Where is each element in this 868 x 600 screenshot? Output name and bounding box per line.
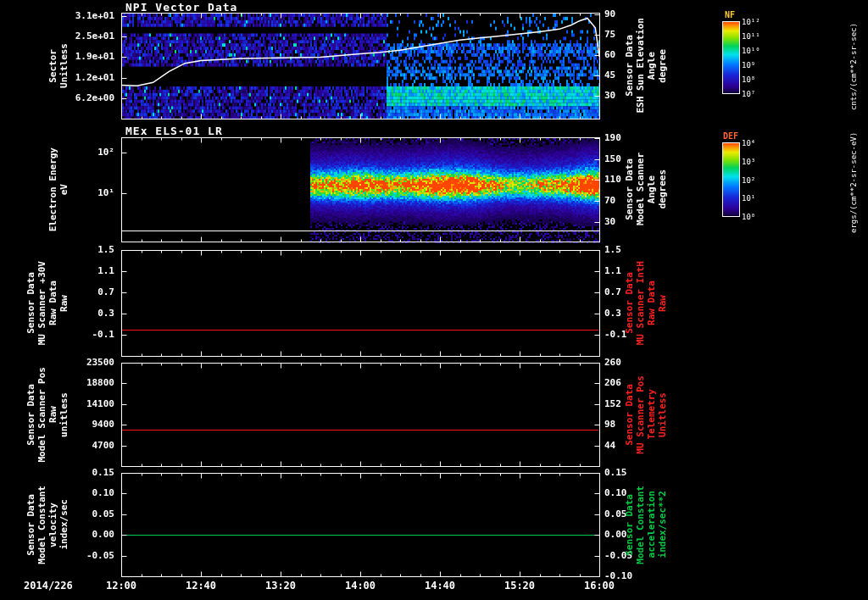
panel5-left-axis-label: Sensor DataModel Constantvelocityindex/s… <box>8 473 70 576</box>
axis-label-line: Sensor Data <box>624 35 635 97</box>
panel4-right-tick-label: 98 <box>604 419 615 430</box>
axis-label-line: Angle <box>646 52 657 80</box>
panel2-right-tick-label: 110 <box>604 174 621 185</box>
colorbar1-name: NF <box>725 10 735 19</box>
colorbar1-tick-label: 10⁸ <box>742 75 755 84</box>
panel2-right-tick-label: 190 <box>604 132 621 143</box>
panel4-right-tick-label: 260 <box>604 357 621 368</box>
x-axis-tick-label: 12:00 <box>103 580 140 592</box>
axis-label-line: unitless <box>58 392 70 437</box>
colorbar2-tick-label: 10⁰ <box>742 213 755 221</box>
axis-label-line: ESH Sun Elevation <box>635 18 646 114</box>
x-axis-tick-label: 15:20 <box>501 580 538 592</box>
panel1-right-tick-label: 30 <box>604 90 615 101</box>
plots-canvas <box>0 0 868 600</box>
panel1-right-tick-label: 60 <box>604 49 615 60</box>
axis-label-line: Raw <box>47 406 58 423</box>
panel3-right-axis-label: Sensor DataMU Scanner IntHRaw DataRaw <box>624 250 685 356</box>
panel3-right-tick-label: 1.5 <box>604 244 621 255</box>
colorbar2-name: DEF <box>723 131 738 141</box>
panel4-right-tick-label: 206 <box>604 377 621 388</box>
panel2-right-tick-label: 150 <box>604 153 621 164</box>
axis-label-line: Sensor Data <box>624 494 635 556</box>
axis-label-line: degree <box>657 49 668 83</box>
axis-label-line: Unitless <box>58 43 70 88</box>
axis-label-line: Unitless <box>657 392 668 437</box>
colorbar2-tick-label: 10¹ <box>742 194 755 203</box>
panel1-right-tick-label: 75 <box>604 29 615 40</box>
colorbar1-tick-label: 10⁷ <box>742 90 755 98</box>
panel2-right-tick-label: 30 <box>604 216 615 227</box>
axis-label-line: acceleration <box>646 491 657 558</box>
colorbar1-tick-label: 10¹² <box>742 18 760 26</box>
axis-label-line: Sector <box>47 49 58 83</box>
panel2-left-axis-label: Electron EnergyeV <box>8 137 70 242</box>
x-axis-tick-label: 16:00 <box>581 580 618 592</box>
axis-label-line: Sensor Data <box>25 272 36 334</box>
panel5-right-axis-label: Sensor DataModel Constantaccelerationind… <box>624 473 685 576</box>
axis-label-line: Model Scanner Pos <box>36 367 47 463</box>
panel3-right-tick-label: 0.7 <box>604 286 621 297</box>
axis-label-line: MU Scanner IntH <box>635 261 646 345</box>
axis-label-line: MU Scanner +30V <box>36 261 47 345</box>
axis-label-line: Sensor Data <box>624 272 635 334</box>
colorbar1-tick-label: 10¹⁰ <box>742 47 760 55</box>
panel3-right-tick-label: 1.1 <box>604 265 621 276</box>
axis-label-line: MU Scanner Pos <box>635 375 646 454</box>
axis-label-line: Sensor Data <box>624 384 635 446</box>
colorbar1-tick-label: 10¹¹ <box>742 32 760 41</box>
multi-panel-time-series-plot: NPI Vector Data MEx ELS-01 LR NF DEF cnt… <box>0 0 868 600</box>
colorbar1-tick-label: 10⁹ <box>742 61 755 69</box>
panel1-right-tick-label: 45 <box>604 69 615 81</box>
axis-label-line: Raw Data <box>47 281 58 325</box>
panel2-right-tick-label: 70 <box>604 195 615 206</box>
axis-label-line: Model Constant <box>635 486 646 564</box>
axis-label-line: Telemetry <box>646 389 657 440</box>
axis-label-line: Sensor Data <box>25 384 36 446</box>
axis-label-line: Electron Energy <box>47 147 58 231</box>
panel1-title: NPI Vector Data <box>125 1 237 14</box>
axis-label-line: Model Scanner <box>635 153 646 225</box>
colorbar2-tick-label: 10³ <box>742 158 755 166</box>
panel2-title: MEx ELS-01 LR <box>125 125 223 137</box>
x-axis-tick-label: 14:00 <box>342 580 379 592</box>
x-axis-tick-label: 12:40 <box>182 580 220 592</box>
x-axis-tick-label: 14:40 <box>421 580 459 592</box>
axis-label-line: eV <box>58 184 70 195</box>
panel1-right-tick-label: 90 <box>604 8 615 19</box>
axis-label-line: index/sec <box>58 499 70 550</box>
colorbar2-tick-label: 10⁴ <box>742 139 755 147</box>
axis-label-line: Raw <box>657 295 668 312</box>
x-axis-tick-label: 13:20 <box>262 580 299 592</box>
axis-label-line: velocity <box>47 503 58 547</box>
panel1-left-axis-label: SectorUnitless <box>8 13 70 119</box>
axis-label-line: Angle <box>646 175 657 203</box>
colorbar1-unit-label: cnts/(cm**2-sr-sec) <box>849 13 858 110</box>
panel1-right-axis-label: Sensor DataESH Sun ElevationAngledegree <box>624 13 685 119</box>
axis-label-line: index/sec**2 <box>657 491 668 558</box>
colorbar2-unit-label: ergs/(cm**2-sr-sec-eV) <box>849 131 858 233</box>
panel2-right-axis-label: Sensor DataModel ScannerAngledegrees <box>624 137 685 242</box>
panel4-right-tick-label: 152 <box>604 398 621 409</box>
panel4-left-axis-label: Sensor DataModel Scanner PosRawunitless <box>8 363 70 466</box>
panel4-right-axis-label: Sensor DataMU Scanner PosTelemetryUnitle… <box>624 363 685 466</box>
axis-label-line: Raw <box>58 295 70 312</box>
axis-label-line: degrees <box>657 169 668 208</box>
panel4-right-tick-label: 44 <box>604 440 615 451</box>
axis-label-line: Sensor Data <box>624 158 635 220</box>
axis-label-line: Model Constant <box>36 486 47 564</box>
axis-label-line: Raw Data <box>646 281 657 325</box>
panel3-right-tick-label: 0.3 <box>604 308 621 319</box>
axis-label-line: Sensor Data <box>25 494 36 556</box>
colorbar2-tick-label: 10² <box>742 176 755 185</box>
panel3-left-axis-label: Sensor DataMU Scanner +30VRaw DataRaw <box>8 250 70 356</box>
x-axis-date-label: 2014/226 <box>24 580 73 592</box>
